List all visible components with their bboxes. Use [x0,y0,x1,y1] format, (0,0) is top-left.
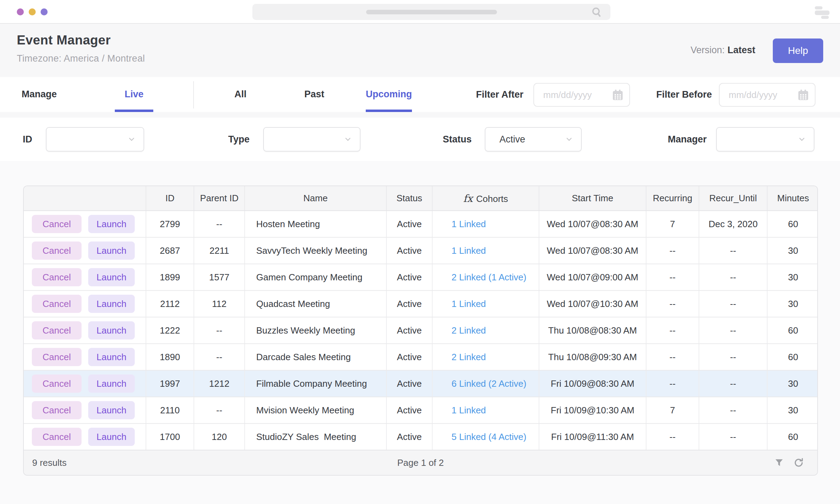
window-dot-yellow[interactable] [29,8,36,15]
tab-upcoming[interactable]: Upcoming [366,89,412,112]
cancel-button[interactable]: Cancel [32,268,82,286]
cell-id: 2110 [146,397,194,424]
address-bar[interactable] [252,4,610,20]
launch-button[interactable]: Launch [88,215,135,233]
status-filter-label: Status [443,134,472,145]
table-header-row: ID Parent ID Name Status fxCohorts Start… [24,186,818,211]
launch-button[interactable]: Launch [88,321,135,340]
tab-past[interactable]: Past [304,89,324,112]
cancel-button[interactable]: Cancel [32,401,82,419]
menu-icon[interactable] [815,6,830,19]
launch-button[interactable]: Launch [88,374,135,393]
manager-filter-select[interactable] [716,127,814,152]
cell-minutes: 60 [767,344,818,370]
search-icon[interactable] [591,6,603,18]
cell-minutes: 30 [767,370,818,397]
chevron-down-icon [566,138,572,141]
type-filter-select[interactable] [263,127,360,152]
chevron-down-icon [129,138,134,141]
refresh-icon[interactable] [793,457,804,468]
launch-button[interactable]: Launch [88,428,135,446]
cancel-button[interactable]: Cancel [32,241,82,260]
chevron-down-icon [799,138,805,141]
cell-status: Active [386,424,432,450]
address-text-placeholder [366,10,497,14]
cancel-button[interactable]: Cancel [32,428,82,446]
cell-minutes: 30 [767,237,818,264]
filter-icon[interactable] [775,458,784,467]
cohorts-link[interactable]: 5 Linked (4 Active) [451,432,526,442]
cancel-button[interactable]: Cancel [32,321,82,340]
launch-button[interactable]: Launch [88,268,135,286]
cell-status: Active [386,317,432,344]
cell-id: 1890 [146,344,194,370]
cell-status: Active [386,264,432,290]
header-start-time: Start Time [539,186,646,211]
cancel-button[interactable]: Cancel [32,295,82,313]
help-button[interactable]: Help [773,38,823,63]
status-filter-value: Active [499,134,525,145]
table-row: CancelLaunch 2799 -- Hosten Meeting Acti… [24,211,818,237]
events-table: ID Parent ID Name Status fxCohorts Start… [23,186,818,476]
cohorts-link[interactable]: 2 Linked [451,352,486,362]
tab-all[interactable]: All [234,89,247,112]
cohorts-link[interactable]: 1 Linked [451,245,486,256]
window-dot-purple[interactable] [41,8,48,15]
tab-live[interactable]: Live [125,89,144,112]
version-value: Latest [727,45,755,55]
cell-id: 1700 [146,424,194,450]
id-filter-select[interactable] [46,127,144,152]
cell-start-time: Wed 10/07@09:00 AM [539,264,646,290]
cell-parent-id: 2211 [194,237,245,264]
cell-recurring: -- [646,290,699,317]
tab-manage[interactable]: Manage [22,89,57,112]
cell-name: Gamen Company Meeting [245,264,386,290]
cell-parent-id: -- [194,211,245,237]
cell-parent-id: 1577 [194,264,245,290]
cell-name: Darcade Sales Meeting [245,344,386,370]
cell-id: 2799 [146,211,194,237]
cancel-button[interactable]: Cancel [32,215,82,233]
cell-recur-until: -- [699,237,767,264]
launch-button[interactable]: Launch [88,348,135,366]
version-label: Version: [691,45,725,55]
cell-name: SavvyTech Weekly Meeting [245,237,386,264]
cell-recur-until: -- [699,370,767,397]
filter-before-input[interactable]: mm/dd/yyyy [719,83,816,107]
window-dot-pink[interactable] [17,8,24,15]
cell-recurring: -- [646,317,699,344]
launch-button[interactable]: Launch [88,295,135,313]
cell-name: StudioZY Sales Meeting [245,424,386,450]
launch-button[interactable]: Launch [88,401,135,419]
filter-after-input[interactable]: mm/dd/yyyy [533,83,630,107]
cell-minutes: 30 [767,397,818,424]
cohorts-link[interactable]: 1 Linked [451,405,486,415]
table-row: CancelLaunch 1997 1212 Filmable Company … [24,370,818,397]
filter-row: ID Type Status Active Manager [0,118,840,161]
cohorts-link[interactable]: 1 Linked [451,299,486,309]
cancel-button[interactable]: Cancel [32,374,82,393]
cell-recurring: -- [646,424,699,450]
cohorts-link[interactable]: 2 Linked [451,325,486,336]
launch-button[interactable]: Launch [88,241,135,260]
cohorts-link[interactable]: 6 Linked (2 Active) [451,378,526,389]
table-row: CancelLaunch 1222 -- Buzzles Weekly Meet… [24,317,818,344]
cell-recur-until: -- [699,290,767,317]
cell-recur-until: -- [699,424,767,450]
cell-start-time: Wed 10/07@10:30 AM [539,290,646,317]
status-filter-select[interactable]: Active [485,127,582,152]
table-row: CancelLaunch 1890 -- Darcade Sales Meeti… [24,344,818,370]
type-filter-label: Type [228,134,250,145]
cell-recurring: -- [646,344,699,370]
cell-name: Hosten Meeting [245,211,386,237]
cell-start-time: Thu 10/08@09:30 AM [539,344,646,370]
cohorts-link[interactable]: 2 Linked (1 Active) [451,272,526,282]
header-parent-id: Parent ID [194,186,245,211]
cell-minutes: 60 [767,424,818,450]
cohorts-link[interactable]: 1 Linked [451,219,486,229]
cancel-button[interactable]: Cancel [32,348,82,366]
cell-id: 1222 [146,317,194,344]
cell-start-time: Fri 10/09@10:30 AM [539,397,646,424]
cell-status: Active [386,370,432,397]
cell-start-time: Wed 10/07@08:30 AM [539,211,646,237]
